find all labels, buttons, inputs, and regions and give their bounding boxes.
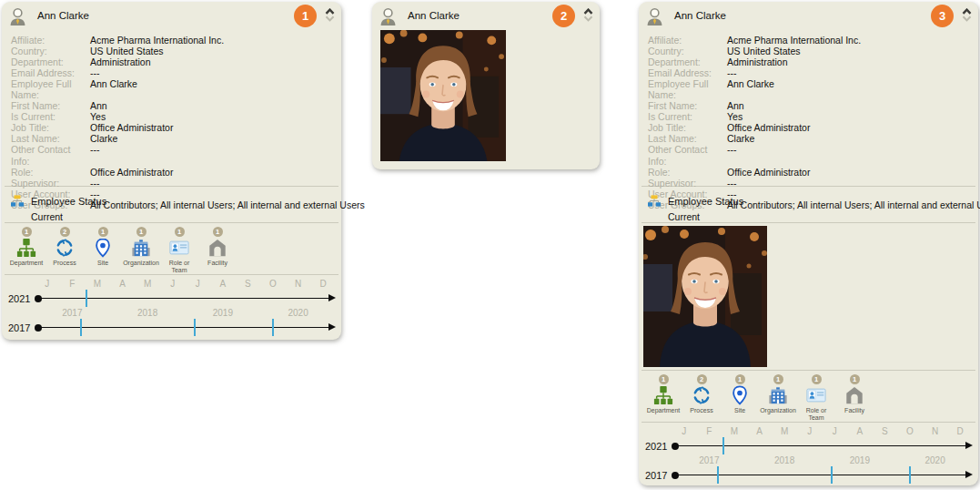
field-value: Office Administrator (727, 167, 810, 178)
field-label: Role: (648, 167, 727, 178)
counter-process[interactable]: 2 Process (45, 227, 84, 272)
field-label: Is Current: (11, 111, 90, 122)
timeline-event-tick (717, 466, 719, 484)
field-row: Affiliate: Acme Pharma International Inc… (648, 35, 971, 46)
chevron-down-icon (583, 15, 593, 22)
chevron-down-icon (962, 15, 972, 22)
counter-label: Role or Team (168, 260, 190, 273)
org-hierarchy-icon (11, 194, 24, 208)
collapse-control[interactable] (962, 8, 972, 22)
status-title: Employee Status (668, 196, 743, 207)
timeline-years: 2017 (644, 467, 973, 483)
year-label: 2019 (186, 308, 261, 320)
counter-label: Process (46, 260, 83, 267)
timeline-row-label: 2017 (644, 470, 672, 481)
counter-organization[interactable]: 1 Organization (122, 227, 160, 272)
count-badge: 1 (175, 227, 185, 237)
timeline-line (37, 298, 330, 300)
field-label: Employee Full Name: (648, 78, 727, 100)
field-value: All Contributors; All internal Users; Al… (90, 199, 365, 210)
field-value: Yes (727, 111, 743, 122)
field-row: Department: Administration (648, 56, 971, 67)
counter-role-or-team[interactable]: 1 Role or Team (797, 374, 835, 420)
count-badge: 1 (659, 374, 669, 384)
collapse-control[interactable] (583, 8, 593, 22)
field-row: Other Contact Info: --- (11, 144, 334, 166)
org-hierarchy-icon (648, 194, 661, 208)
month-label: M (85, 279, 110, 291)
field-value: Acme Pharma International Inc. (727, 35, 861, 46)
timeline-track (35, 320, 336, 335)
counter-label: Organization (760, 407, 796, 414)
timeline-arrow-icon (328, 294, 336, 301)
field-value: Ann Clarke (90, 78, 137, 100)
workspace-canvas: Ann Clarke 1 Affiliate: Acme Pharma Inte… (0, 0, 980, 490)
timeline-months: 2021 (644, 438, 973, 454)
field-label: Other Contact Info: (11, 144, 90, 166)
month-label: D (947, 426, 973, 438)
month-label: F (60, 279, 86, 291)
counter-label: Facility (199, 260, 236, 267)
timeline-event-tick (272, 319, 274, 336)
field-row: Email Address: --- (648, 67, 971, 78)
year-label: 2018 (110, 308, 186, 320)
site-icon (84, 238, 122, 260)
field-value: --- (727, 144, 737, 166)
field-value: Clarke (90, 133, 117, 144)
month-labels: JFMAMJJASOND (672, 426, 973, 438)
related-counters: 1 Department 2 Process 1 Site 1 Organiza… (2, 223, 341, 274)
counter-department[interactable]: 1 Department (644, 374, 682, 420)
count-badge: 1 (213, 227, 223, 237)
card-header[interactable]: Ann Clarke 3 (639, 2, 978, 29)
counter-site[interactable]: 1 Site (721, 374, 759, 420)
timeline-event-tick (909, 466, 911, 484)
month-label: J (160, 279, 186, 291)
month-label: A (847, 426, 873, 438)
count-badge: 1 (98, 227, 108, 237)
card-header[interactable]: Ann Clarke 2 (372, 2, 600, 29)
field-row: Country: US United States (11, 46, 334, 56)
timeline-event-tick (831, 466, 833, 484)
timeline-section: JFMAMJJASOND 2021 2017201820192020 2017 (639, 423, 978, 485)
person-name: Ann Clarke (37, 10, 89, 21)
timeline-start-dot (672, 443, 679, 450)
field-row: Last Name: Clarke (648, 133, 971, 144)
timeline-start-dot (672, 472, 679, 479)
counter-role-or-team[interactable]: 1 Role or Team (160, 227, 198, 272)
counter-organization[interactable]: 1 Organization (759, 374, 797, 420)
collapse-control[interactable] (325, 8, 335, 22)
person-name: Ann Clarke (408, 10, 460, 21)
counter-label: Site (85, 260, 121, 267)
timeline-months: 2021 (7, 291, 336, 306)
timeline-event-tick (194, 319, 196, 336)
card-header[interactable]: Ann Clarke 1 (2, 2, 341, 29)
timeline-row-label: 2017 (7, 322, 35, 333)
person-icon (9, 5, 26, 26)
counter-department[interactable]: 1 Department (7, 227, 45, 272)
facility-icon (835, 385, 874, 407)
timeline-event-tick (722, 437, 724, 454)
month-label: J (672, 426, 697, 438)
field-value: Acme Pharma International Inc. (90, 35, 224, 46)
count-badge: 1 (735, 374, 745, 384)
month-label: A (110, 279, 136, 291)
month-label: A (747, 426, 773, 438)
field-row: Last Name: Clarke (11, 133, 334, 144)
employee-photo (643, 226, 767, 367)
month-label: D (310, 279, 336, 291)
counter-process[interactable]: 2 Process (682, 374, 721, 420)
counter-facility[interactable]: 1 Facility (835, 374, 874, 420)
person-icon (379, 5, 397, 26)
counter-site[interactable]: 1 Site (84, 227, 122, 272)
chevron-up-icon (583, 8, 593, 15)
field-value: --- (90, 144, 100, 166)
timeline-years: 2017 (7, 320, 336, 335)
month-label: J (822, 426, 847, 438)
field-label: Last Name: (11, 133, 90, 144)
field-list: Affiliate: Acme Pharma International Inc… (2, 29, 341, 186)
field-row: Affiliate: Acme Pharma International Inc… (11, 35, 334, 46)
month-label: J (797, 426, 823, 438)
field-value: Ann (727, 100, 744, 111)
counter-facility[interactable]: 1 Facility (198, 227, 237, 272)
field-value: --- (727, 178, 737, 189)
